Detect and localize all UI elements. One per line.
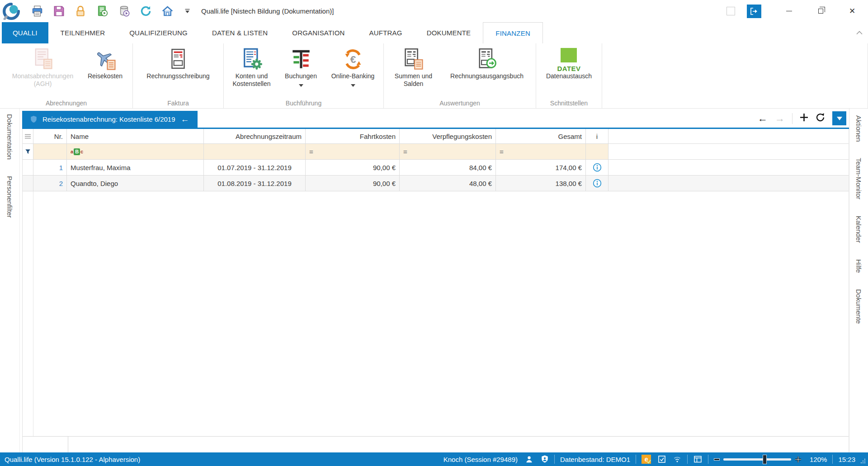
zoom-slider-thumb[interactable] bbox=[763, 455, 767, 464]
cell-name: Musterfrau, Maxima bbox=[67, 160, 204, 175]
rechnungsausgangsbuch-icon bbox=[475, 46, 499, 72]
filter-fahrtkosten-cell[interactable]: = bbox=[306, 144, 400, 159]
buchungen-dropdown-arrow-icon[interactable] bbox=[299, 81, 303, 89]
filter-info-cell[interactable] bbox=[586, 144, 609, 159]
shield-user-icon bbox=[541, 455, 549, 464]
document-tab-active[interactable]: Reisekostenabrechnung: Kostenliste 6/201… bbox=[22, 111, 198, 128]
zoom-in-button[interactable] bbox=[795, 456, 802, 463]
add-button[interactable] bbox=[800, 113, 808, 124]
table-row[interactable]: 2 Quandto, Diego 01.08.2019 - 31.12.2019… bbox=[23, 176, 849, 191]
reisekosten-button[interactable]: Reisekosten bbox=[82, 45, 129, 96]
summen-salden-label: Summen und Salden bbox=[388, 72, 439, 88]
tab-auftrag[interactable]: AUFTRAG bbox=[357, 22, 415, 43]
tab-daten-listen[interactable]: DATEN & LISTEN bbox=[200, 22, 280, 43]
resize-grip[interactable] bbox=[860, 458, 866, 464]
table-row[interactable]: 1 Musterfrau, Maxima 01.07.2019 - 31.12.… bbox=[23, 160, 849, 176]
filter-dropdown-button[interactable] bbox=[832, 111, 846, 125]
svg-text:€: € bbox=[350, 53, 356, 65]
reload-button[interactable] bbox=[816, 113, 825, 124]
restore-button[interactable] bbox=[805, 0, 836, 22]
tab-organisation[interactable]: ORGANISATION bbox=[280, 22, 357, 43]
qualli-logo-icon bbox=[3, 3, 20, 20]
konten-kostenstellen-icon bbox=[240, 46, 264, 72]
tab-finanzen[interactable]: FINANZEN bbox=[483, 22, 543, 43]
header-info[interactable]: i bbox=[586, 129, 609, 143]
lock-button[interactable] bbox=[74, 5, 87, 18]
zoom-out-button[interactable] bbox=[714, 458, 720, 461]
datenaustausch-button[interactable]: DATEV Datenaustausch bbox=[540, 45, 599, 96]
database-play-icon bbox=[118, 5, 130, 17]
close-button[interactable]: ✕ bbox=[836, 0, 868, 22]
panel-tab-personenfilter[interactable]: Personenfilter bbox=[6, 176, 14, 218]
messages-button[interactable] bbox=[657, 455, 666, 464]
tab-teilnehmer[interactable]: TEILNEHMER bbox=[48, 22, 118, 43]
minimize-button[interactable] bbox=[773, 0, 805, 22]
filter-gutter-cell[interactable] bbox=[23, 144, 33, 159]
zoom-level-text: 120% bbox=[810, 456, 827, 463]
row-info-button[interactable] bbox=[586, 160, 609, 175]
filter-nr-cell[interactable] bbox=[33, 144, 67, 159]
filter-gesamt-cell[interactable]: = bbox=[496, 144, 586, 159]
message-check-icon bbox=[657, 455, 666, 464]
placeholder-square-button[interactable] bbox=[726, 7, 735, 15]
connection-button[interactable] bbox=[673, 455, 682, 463]
titlebar-dropdown-button[interactable] bbox=[184, 7, 190, 15]
filter-name-cell[interactable]: aBc bbox=[67, 144, 204, 159]
funnel-icon bbox=[25, 148, 31, 155]
database-text: Datenbestand: DEMO1 bbox=[560, 456, 630, 463]
logout-button[interactable] bbox=[747, 5, 761, 18]
header-verpflegungskosten[interactable]: Verpflegungskosten bbox=[400, 129, 496, 143]
cell-verpflegungskosten: 84,00 € bbox=[400, 160, 496, 175]
tab-qualifizierung[interactable]: QUALIFIZIERUNG bbox=[117, 22, 200, 43]
panel-tab-hilfe[interactable]: Hilfe bbox=[855, 259, 863, 273]
header-gesamt[interactable]: Gesamt bbox=[496, 129, 586, 143]
panel-tab-dokumentation[interactable]: Dokumentation bbox=[6, 114, 14, 160]
print-button[interactable] bbox=[30, 5, 44, 18]
cell-name: Quandto, Diego bbox=[67, 176, 204, 191]
online-banking-dropdown-arrow-icon[interactable] bbox=[351, 81, 355, 89]
equals-operator-icon: = bbox=[309, 148, 313, 156]
panel-tab-team-monitor[interactable]: Team-Monitor bbox=[855, 158, 863, 200]
nav-back-button[interactable]: ← bbox=[758, 114, 768, 124]
run-list-button[interactable] bbox=[95, 5, 109, 18]
statusbar-separator bbox=[708, 455, 708, 464]
tab-dokumente[interactable]: DOKUMENTE bbox=[415, 22, 483, 43]
elearning-status-button[interactable]: e bbox=[642, 455, 651, 464]
dropdown-triangle-icon bbox=[837, 117, 842, 120]
panel-tab-kalender[interactable]: Kalender bbox=[855, 216, 863, 243]
row-info-button[interactable] bbox=[586, 176, 609, 191]
run-database-button[interactable] bbox=[117, 5, 131, 18]
header-fahrtkosten[interactable]: Fahrtkosten bbox=[306, 129, 400, 143]
online-banking-button[interactable]: € Online-Banking bbox=[324, 45, 382, 96]
summen-salden-button[interactable]: Summen und Salden bbox=[387, 45, 441, 96]
buchungen-button[interactable]: Buchungen bbox=[278, 45, 324, 96]
panel-tab-aktionen[interactable]: Aktionen bbox=[855, 115, 863, 142]
header-abrechnungszeitraum[interactable]: Abrechnungszeitraum bbox=[204, 129, 306, 143]
header-name[interactable]: Name bbox=[67, 129, 204, 143]
konten-kostenstellen-button[interactable]: Konten und Kostenstellen bbox=[226, 45, 278, 96]
rechnungsschreibung-button[interactable]: Rechnungsschreibung bbox=[135, 45, 221, 96]
filter-verpflegungskosten-cell[interactable]: = bbox=[400, 144, 496, 159]
header-nr[interactable]: Nr. bbox=[33, 129, 67, 143]
abc-letter-c: c bbox=[80, 149, 83, 154]
nav-forward-button[interactable]: → bbox=[775, 114, 785, 124]
filter-zeitraum-cell[interactable] bbox=[204, 144, 306, 159]
user-button[interactable] bbox=[525, 455, 533, 464]
document-nav-icons: ← → bbox=[758, 111, 846, 125]
data-grid: Nr. Name Abrechnungszeitraum Fahrtkosten… bbox=[22, 129, 849, 452]
panel-tab-dokumente[interactable]: Dokumente bbox=[855, 289, 863, 324]
nav-separator bbox=[792, 113, 793, 124]
version-text: Qualli.life (Version 15.1.0.122 - Alphav… bbox=[5, 456, 140, 463]
abc-filter-icon: aBc bbox=[71, 148, 83, 155]
home-button[interactable] bbox=[160, 5, 174, 18]
tab-qualli[interactable]: QUALLI bbox=[2, 22, 48, 43]
grid-menu-cell[interactable] bbox=[23, 129, 33, 143]
refresh-button[interactable] bbox=[139, 5, 152, 18]
collapse-ribbon-button[interactable] bbox=[856, 29, 863, 37]
tab-back-arrow-icon[interactable]: ← bbox=[181, 115, 189, 124]
layout-button[interactable] bbox=[693, 455, 703, 464]
save-button[interactable] bbox=[52, 5, 66, 18]
rechnungsausgangsbuch-button[interactable]: Rechnungsausgangsbuch bbox=[441, 45, 533, 96]
zoom-slider[interactable] bbox=[723, 458, 791, 461]
security-button[interactable] bbox=[541, 455, 549, 464]
